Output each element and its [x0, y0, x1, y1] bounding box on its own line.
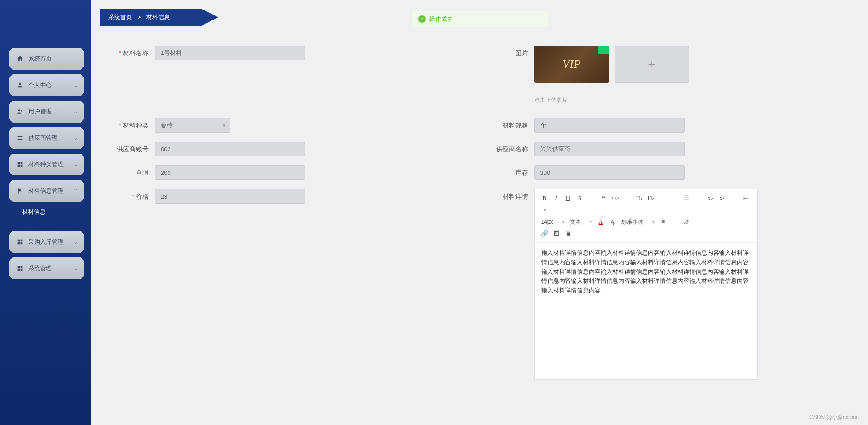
svg-rect-9: [21, 165, 23, 167]
svg-rect-15: [21, 266, 23, 268]
form: 材料名称 图片 VIP + 点击上传图片: [100, 46, 859, 425]
grid-icon: [16, 161, 24, 168]
sidebar-item-profile[interactable]: 个人中心 ⌄: [9, 74, 84, 96]
chevron-up-icon: ⌃: [73, 188, 78, 194]
input-stock[interactable]: [534, 165, 685, 180]
svg-point-1: [18, 109, 20, 111]
upload-add-button[interactable]: +: [615, 46, 689, 83]
underline-button[interactable]: U: [562, 192, 574, 204]
subscript-button[interactable]: x₂: [704, 192, 716, 204]
label-supplier-account: 供应商账号: [100, 142, 155, 156]
svg-rect-12: [18, 242, 20, 245]
sidebar-item-label: 材料信息管理: [28, 187, 64, 195]
select-material-type-value[interactable]: [155, 118, 230, 133]
input-material-name[interactable]: [155, 46, 305, 60]
clear-format-button[interactable]: T̸: [681, 216, 693, 228]
sidebar-item-purchase[interactable]: 采购入库管理 ⌄: [9, 231, 84, 253]
rich-text-editor: B I U S ❝ </> H₁ H₂ ≡ ☰ x₂: [534, 189, 758, 380]
italic-button[interactable]: I: [550, 192, 562, 204]
chevron-down-icon: ⌄: [73, 161, 78, 168]
sidebar-item-label: 系统管理: [28, 264, 52, 272]
unordered-list-button[interactable]: ☰: [681, 192, 693, 204]
list-icon: [16, 134, 24, 142]
svg-rect-5: [18, 139, 23, 140]
watermark: CSDN @小蔡coding: [809, 414, 859, 421]
input-unit-limit[interactable]: [155, 165, 305, 180]
h1-button[interactable]: H₁: [633, 192, 645, 204]
breadcrumb-home[interactable]: 系统首页: [108, 14, 132, 20]
ordered-list-button[interactable]: ≡: [669, 192, 681, 204]
font-color-button[interactable]: A: [595, 216, 607, 228]
label-supplier-name: 供应商名称: [480, 142, 534, 156]
editor-content[interactable]: 输入材料详情信息内容输入材料详情信息内容输入材料详情信息内容输入材料详情信息内容…: [535, 243, 757, 379]
flag-icon: [16, 187, 24, 195]
delete-image-badge[interactable]: [598, 46, 609, 54]
svg-rect-8: [18, 165, 20, 167]
sidebar-item-material-info-mgmt[interactable]: 材料信息管理 ⌃: [9, 180, 84, 202]
sidebar-item-users[interactable]: 用户管理 ⌄: [9, 101, 84, 123]
align-button[interactable]: ≡: [657, 216, 669, 228]
svg-point-2: [21, 110, 22, 111]
sidebar: 系统首页 个人中心 ⌄ 用户管理 ⌄ 供应商管理 ⌄ 材料种类管理 ⌄ 材料信息…: [0, 0, 91, 425]
svg-point-0: [19, 83, 21, 85]
input-material-spec[interactable]: [534, 118, 685, 133]
upload-area: VIP +: [534, 46, 859, 83]
sidebar-item-system[interactable]: 系统管理 ⌄: [9, 257, 84, 279]
label-price: 价格: [100, 189, 155, 204]
code-button[interactable]: </>: [610, 192, 621, 204]
indent-button[interactable]: ⇤: [740, 192, 752, 204]
label-unit-limit: 单限: [100, 165, 155, 180]
sidebar-item-material-info[interactable]: 材料信息: [0, 202, 91, 222]
grid-icon: [16, 265, 24, 272]
svg-rect-16: [18, 269, 20, 271]
bg-color-button[interactable]: Ą: [607, 216, 619, 228]
sidebar-item-label: 材料种类管理: [28, 160, 64, 169]
check-circle-icon: ✓: [418, 15, 426, 23]
image-button[interactable]: 🖼: [550, 228, 562, 240]
sidebar-item-supplier[interactable]: 供应商管理 ⌄: [9, 127, 84, 149]
strikethrough-button[interactable]: S: [574, 192, 586, 204]
video-button[interactable]: ▣: [562, 228, 574, 240]
upload-hint: 点击上传图片: [534, 97, 859, 104]
label-stock: 库存: [480, 165, 534, 180]
main-content: 系统首页 > 材料信息 ✓ 操作成功 材料名称 图片 VIP: [91, 0, 868, 425]
link-button[interactable]: 🔗: [539, 228, 550, 240]
success-alert: ✓ 操作成功: [411, 11, 548, 27]
svg-rect-17: [21, 269, 23, 271]
breadcrumb-current: 材料信息: [146, 14, 170, 20]
svg-rect-10: [18, 240, 20, 242]
breadcrumb: 系统首页 > 材料信息: [100, 9, 202, 26]
sidebar-item-label: 系统首页: [28, 55, 52, 63]
superscript-button[interactable]: x²: [716, 192, 728, 204]
sidebar-item-material-type[interactable]: 材料种类管理 ⌄: [9, 154, 84, 175]
quote-button[interactable]: ❝: [598, 192, 610, 204]
home-icon: [16, 55, 24, 62]
bold-button[interactable]: B: [539, 192, 550, 204]
grid-icon: [16, 238, 24, 246]
svg-rect-13: [21, 242, 23, 245]
uploaded-image-thumb[interactable]: VIP: [534, 46, 609, 83]
svg-rect-11: [21, 240, 23, 242]
chevron-down-icon: ⌄: [73, 135, 78, 141]
font-std-select[interactable]: 标准字体▾: [619, 216, 657, 228]
svg-rect-4: [18, 138, 23, 138]
breadcrumb-bar: 系统首页 > 材料信息 ✓ 操作成功: [91, 0, 868, 27]
font-size-select[interactable]: 14px▾: [539, 216, 567, 228]
input-supplier-name[interactable]: [534, 142, 685, 156]
chevron-down-icon: ⌄: [73, 82, 78, 88]
label-material-spec: 材料规格: [480, 118, 534, 133]
label-detail: 材料详情: [480, 189, 534, 204]
outdent-button[interactable]: ⇥: [539, 204, 550, 216]
label-image: 图片: [480, 46, 534, 60]
sidebar-item-label: 材料信息: [22, 208, 46, 216]
select-material-type[interactable]: ▾: [155, 118, 230, 133]
h2-button[interactable]: H₂: [645, 192, 657, 204]
vip-card-graphic: VIP: [562, 57, 580, 71]
sidebar-item-home[interactable]: 系统首页: [9, 48, 84, 70]
label-material-type: 材料种类: [100, 118, 155, 133]
users-icon: [16, 108, 24, 115]
font-family-select[interactable]: 文本▾: [567, 216, 595, 228]
input-supplier-account[interactable]: [155, 142, 305, 156]
sidebar-item-label: 供应商管理: [28, 134, 58, 142]
input-price[interactable]: [155, 189, 305, 204]
